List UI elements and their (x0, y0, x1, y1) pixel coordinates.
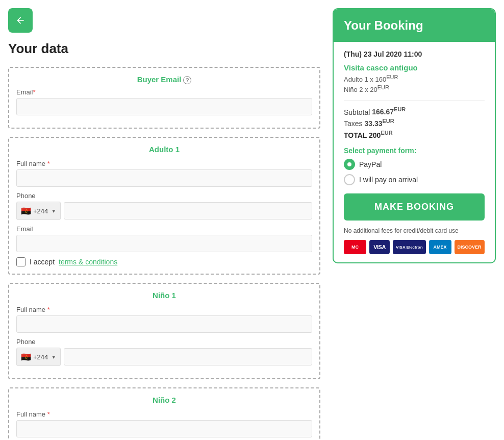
nino2-required-star: * (47, 410, 50, 418)
help-icon[interactable]: ? (183, 76, 191, 84)
subtotal-row: Subtotal 166.67EUR (344, 107, 485, 116)
adulto1-email-label: Email (16, 225, 312, 233)
nino2-label: Niño 2 (16, 396, 312, 404)
buyer-email-input[interactable] (16, 98, 312, 115)
paypal-option[interactable]: PayPal (344, 159, 485, 170)
payment-label: Select payment form: (344, 146, 485, 155)
adulto1-required-star: * (47, 160, 50, 167)
adulto1-fullname-group: Full name * (16, 160, 312, 187)
nino1-fullname-group: Full name * (16, 306, 312, 333)
adulto1-phone-input[interactable] (64, 202, 312, 219)
amex-icon: AMEX (429, 240, 451, 254)
discover-icon: DISCOVER (455, 240, 485, 254)
nino1-chevron-icon: ▼ (51, 354, 56, 360)
adulto1-section: Adulto 1 Full name * Phone 🇦🇴 +244 ▼ (8, 137, 320, 275)
booking-card: Your Booking (Thu) 23 Jul 2020 11:00 Vis… (333, 8, 496, 263)
nino1-fullname-label: Full name (16, 306, 47, 313)
nino1-phone-code: +244 (33, 353, 48, 361)
adulto1-terms-row: I accept terms & conditions (16, 257, 312, 266)
nino1-fullname-input[interactable] (16, 315, 312, 333)
nino1-phone-label: Phone (16, 338, 312, 346)
adulto1-email-input[interactable] (16, 235, 312, 252)
buyer-email-section: Buyer Email? Email* (8, 67, 320, 129)
nino1-phone-input[interactable] (64, 348, 312, 365)
payment-icons: MC VISA VISA Electron AMEX DISCOVER (344, 240, 485, 254)
buyer-email-label: Buyer Email (137, 75, 182, 84)
adulto1-fullname-input[interactable] (16, 169, 312, 187)
adulto1-chevron-icon: ▼ (51, 208, 56, 214)
tour-name: Visita casco antiguo (344, 63, 485, 72)
adulto1-label: Adulto 1 (16, 145, 312, 154)
no-fees-text: No additional fees for credit/debit card… (344, 227, 485, 235)
nino2-section: Niño 2 Full name * Phone 🇦🇴 +244 ▼ (8, 387, 320, 440)
nino1-phone-group: Phone 🇦🇴 +244 ▼ (16, 338, 312, 366)
adulto1-terms-checkbox[interactable] (16, 257, 26, 266)
nino2-fullname-group: Full name * (16, 410, 312, 437)
adulto1-fullname-label: Full name (16, 160, 47, 167)
divider (344, 100, 485, 101)
paypal-radio-checked[interactable] (344, 159, 355, 170)
booking-date: (Thu) 23 Jul 2020 11:00 (344, 50, 485, 58)
left-panel: Your data Buyer Email? Email* Adulto 1 F… (8, 8, 320, 440)
visa-icon: VISA (369, 240, 390, 254)
nino1-section: Niño 1 Full name * Phone 🇦🇴 +244 ▼ (8, 283, 320, 379)
taxes-label: Taxes 33.33EUR (344, 118, 485, 128)
pay-on-arrival-option[interactable]: I will pay on arrival (344, 174, 485, 185)
buyer-email-field-label: Email (16, 88, 33, 96)
taxes-row: Taxes 33.33EUR (344, 118, 485, 128)
nino1-required-star: * (47, 306, 50, 313)
mastercard-icon: MC (344, 240, 366, 254)
adulto1-phone-country-select[interactable]: 🇦🇴 +244 ▼ (16, 202, 61, 220)
pay-on-arrival-label: I will pay on arrival (359, 176, 418, 184)
booking-header: Your Booking (334, 9, 495, 42)
pay-on-arrival-radio[interactable] (344, 174, 355, 185)
total-row: TOTAL 200EUR (344, 130, 485, 139)
nino1-label: Niño 1 (16, 291, 312, 300)
nino1-phone-country-select[interactable]: 🇦🇴 +244 ▼ (16, 348, 61, 366)
adulto1-accept-text: I accept (30, 258, 55, 266)
right-panel: Your Booking (Thu) 23 Jul 2020 11:00 Vis… (333, 8, 496, 440)
adulto1-phone-code: +244 (33, 207, 48, 215)
booking-title: Your Booking (344, 18, 485, 33)
total-label: TOTAL 200EUR (344, 130, 485, 139)
terms-link[interactable]: terms & conditions (59, 258, 117, 266)
booking-body: (Thu) 23 Jul 2020 11:00 Visita casco ant… (334, 42, 495, 262)
buyer-email-field-group: Email* (16, 88, 312, 115)
adulto1-phone-group: Phone 🇦🇴 +244 ▼ (16, 192, 312, 220)
nino2-fullname-label: Full name (16, 410, 47, 418)
adulto-line: Adulto 1 x 160EUR (344, 74, 485, 83)
make-booking-button[interactable]: MAKE BOOKING (344, 193, 485, 221)
adulto1-phone-label: Phone (16, 192, 312, 200)
page-title: Your data (8, 41, 320, 57)
subtotal-label: Subtotal 166.67EUR (344, 107, 485, 116)
adulto1-email-group: Email (16, 225, 312, 252)
visa-electron-icon: VISA Electron (393, 240, 426, 254)
adulto1-flag: 🇦🇴 (21, 206, 31, 216)
nino1-flag: 🇦🇴 (21, 352, 31, 362)
paypal-label: PayPal (359, 160, 382, 168)
nino-line: Niño 2 x 20EUR (344, 84, 485, 93)
nino2-fullname-input[interactable] (16, 420, 312, 437)
subtotals: Subtotal 166.67EUR Taxes 33.33EUR TOTAL … (344, 107, 485, 139)
back-button[interactable] (8, 8, 33, 33)
